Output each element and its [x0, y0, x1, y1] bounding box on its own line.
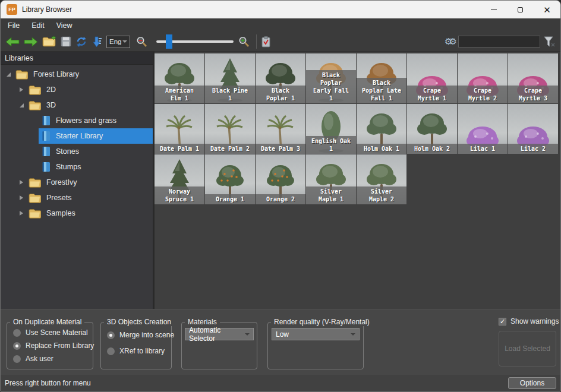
zoom-in-icon [238, 36, 250, 48]
thumbnail-holm-oak-1[interactable]: Holm Oak 1 [357, 104, 406, 154]
expanded-triangle-icon [20, 103, 24, 108]
tree-item-stumps[interactable]: Stumps [1, 159, 153, 175]
materials-value: Automatic Selector [189, 326, 245, 343]
tree-item-samples[interactable]: Samples [1, 206, 153, 221]
thumbnail-black-poplar-late-fall-1[interactable]: Black Poplar Late Fall 1 [357, 53, 406, 103]
tree-item-body[interactable]: Stumps [39, 159, 153, 175]
menu-view[interactable]: View [51, 18, 78, 32]
thumbnail-size-slider[interactable] [156, 34, 234, 49]
expanded-triangle-icon [7, 72, 11, 77]
search-input[interactable] [458, 36, 540, 48]
tree-item-forest-library[interactable]: Forest Library [1, 67, 153, 82]
collapsed-triangle-icon [20, 195, 23, 200]
sort-button[interactable] [92, 36, 102, 48]
materials-select[interactable]: Automatic Selector [185, 328, 254, 340]
thumbnail-label: Date Palm 1 [155, 144, 204, 154]
thumbnail-crape-myrtle-2[interactable]: Crape Myrtle 2 [458, 53, 508, 103]
forward-button[interactable] [24, 37, 38, 47]
zoom-in-button[interactable] [238, 36, 250, 48]
thumbnail-date-palm-2[interactable]: Date Palm 2 [205, 104, 255, 154]
close-button[interactable]: ✕ [534, 1, 560, 18]
copy-info-button[interactable] [261, 36, 270, 48]
thumbnail-label: Lilac 2 [508, 144, 558, 154]
thumbnail-english-oak-1[interactable]: English Oak 1 [306, 104, 356, 154]
refresh-button[interactable] [75, 36, 87, 48]
tree-item-body[interactable]: ForestIvy [26, 175, 153, 190]
thumbnail-lilac-2[interactable]: Lilac 2 [508, 104, 558, 154]
tree-item-body[interactable]: Starter Library [39, 128, 153, 144]
thumbnail-crape-myrtle-1[interactable]: Crape Myrtle 1 [407, 53, 457, 103]
radio-merge-into-scene[interactable]: Merge into scene [107, 331, 171, 339]
tree-item-body[interactable]: 3D [26, 97, 153, 113]
tree-item-body[interactable]: Stones [39, 144, 153, 159]
tree-item-forestivy[interactable]: ForestIvy [1, 175, 153, 190]
tree-item-presets[interactable]: Presets [1, 190, 153, 206]
library-book-icon [42, 131, 51, 141]
thumbnail-date-palm-3[interactable]: Date Palm 3 [256, 104, 305, 154]
menu-file[interactable]: File [2, 18, 26, 32]
thumbnail-black-pine-1[interactable]: Black Pine 1 [205, 53, 255, 103]
slider-handle[interactable] [166, 34, 172, 49]
thumbnail-crape-myrtle-3[interactable]: Crape Myrtle 3 [508, 53, 558, 103]
show-warnings-checkbox[interactable]: ✓ Show warnings [499, 317, 559, 325]
minimize-button[interactable] [480, 1, 507, 18]
tree-item-stones[interactable]: Stones [1, 144, 153, 159]
thumbnail-black-poplar-1[interactable]: Black Poplar 1 [256, 53, 305, 103]
tree-item-body[interactable]: 2D [26, 82, 153, 97]
show-warnings-label: Show warnings [510, 317, 559, 325]
language-select[interactable]: Eng [106, 36, 130, 48]
thumbnail-label: Norway Spruce 1 [155, 186, 204, 204]
library-browser-window: FP Library Browser ✕ File Edit View [0, 0, 561, 392]
thumbnail-label: Crape Myrtle 3 [508, 86, 558, 103]
tree-item-body[interactable]: Forest Library [12, 67, 153, 82]
thumbnail-lilac-1[interactable]: Lilac 1 [458, 104, 508, 154]
radio-replace-from-library[interactable]: Replace From Library [13, 342, 93, 350]
chevron-down-icon [245, 333, 250, 336]
tree-item-label: Stones [56, 147, 79, 156]
library-book-icon [42, 162, 51, 172]
radio-use-scene-material[interactable]: Use Scene Material [13, 328, 93, 337]
objects-creation-title: 3D Objects Creation [104, 318, 174, 326]
thumbnail-label: Black Poplar Late Fall 1 [357, 78, 406, 103]
tree-item-3d[interactable]: 3D [1, 97, 153, 113]
gear-icon[interactable]: ⚙⚙ [445, 36, 453, 47]
thumbnail-grid: American Elm 1Black Pine 1Black Poplar 1… [155, 53, 560, 204]
thumbnail-label: Silver Maple 2 [357, 186, 406, 204]
zoom-out-button[interactable] [136, 36, 147, 48]
render-quality-select[interactable]: Low [272, 328, 360, 340]
tree-item-body[interactable]: Flowers and grass [39, 113, 153, 128]
thumbnail-label: Silver Maple 1 [306, 186, 356, 204]
thumbnail-label: English Oak 1 [306, 136, 356, 154]
libraries-header: Libraries [1, 52, 153, 65]
menu-edit[interactable]: Edit [26, 18, 51, 32]
tree-item-label: Presets [46, 194, 71, 202]
maximize-button[interactable] [507, 1, 534, 18]
tree-item-2d[interactable]: 2D [1, 82, 153, 97]
filter-button[interactable] [544, 36, 556, 48]
thumbnail-label: Black Poplar 1 [256, 86, 305, 103]
radio-icon [13, 355, 21, 363]
tree-item-flowers-and-grass[interactable]: Flowers and grass [1, 113, 153, 128]
options-button[interactable]: Options [508, 377, 556, 389]
tree-item-starter-library[interactable]: Starter Library [1, 128, 153, 144]
load-selected-button[interactable]: Load Selected [499, 331, 556, 366]
tree-item-body[interactable]: Presets [26, 190, 153, 206]
thumbnail-american-elm-1[interactable]: American Elm 1 [155, 53, 204, 103]
radio-ask-user[interactable]: Ask user [13, 355, 93, 363]
tree-item-label: Samples [46, 209, 75, 217]
save-button[interactable] [61, 36, 71, 47]
tree-item-body[interactable]: Samples [26, 206, 153, 221]
back-button[interactable] [5, 37, 20, 47]
thumbnail-black-poplar-early-fall-1[interactable]: Black Poplar Early Fall 1 [306, 53, 356, 103]
thumbnail-silver-maple-1[interactable]: Silver Maple 1 [306, 154, 356, 204]
open-library-button[interactable] [42, 36, 56, 48]
thumbnail-holm-oak-2[interactable]: Holm Oak 2 [407, 104, 457, 154]
thumbnail-norway-spruce-1[interactable]: Norway Spruce 1 [155, 154, 204, 204]
status-bar: Press right button for menu Options [1, 375, 560, 391]
thumbnail-silver-maple-2[interactable]: Silver Maple 2 [357, 154, 406, 204]
radio-xref-to-library[interactable]: XRef to library [107, 347, 171, 355]
thumbnail-orange-2[interactable]: Orange 2 [256, 154, 305, 204]
thumbnail-date-palm-1[interactable]: Date Palm 1 [155, 104, 204, 154]
thumbnail-orange-1[interactable]: Orange 1 [205, 154, 255, 204]
refresh-icon [75, 36, 87, 48]
